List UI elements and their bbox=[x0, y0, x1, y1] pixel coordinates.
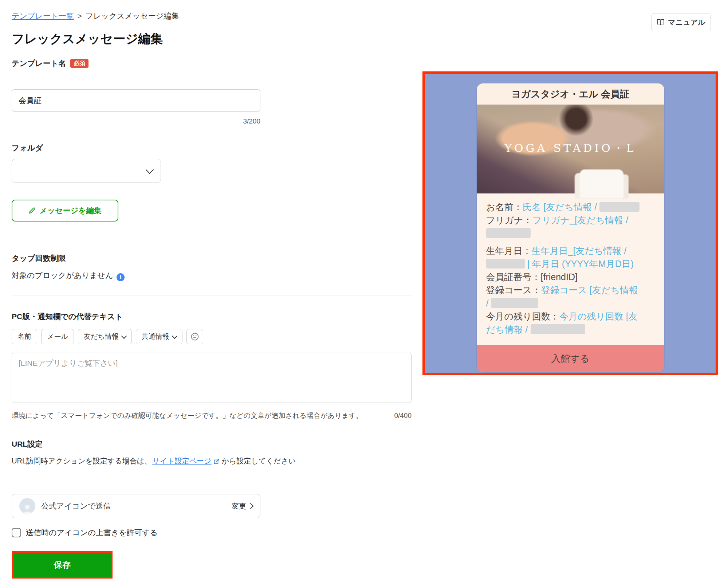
breadcrumb-separator: > bbox=[77, 12, 82, 20]
field-value: 氏名 [友だち情報 / bbox=[523, 202, 599, 212]
info-icon[interactable] bbox=[117, 273, 125, 281]
chevron-down-icon bbox=[121, 333, 127, 339]
field-label: お名前： bbox=[486, 202, 523, 212]
variable-chips: 名前 メール 友だち情報 共通情報 bbox=[12, 329, 203, 344]
page: テンプレート一覧 > フレックスメッセージ編集 マニュアル フレックスメッセージ… bbox=[0, 0, 728, 580]
chevron-down-icon bbox=[146, 165, 154, 174]
preview-field-line: フリガナ：フリガナ_[友だち情報 / bbox=[486, 214, 655, 227]
field-value: 今月の残り回数 [友 bbox=[559, 311, 638, 321]
alt-text-input[interactable] bbox=[12, 353, 412, 403]
chevron-down-icon bbox=[172, 333, 178, 339]
required-badge: 必須 bbox=[70, 59, 88, 68]
breadcrumb-link-template-list[interactable]: テンプレート一覧 bbox=[12, 11, 74, 21]
manual-button-label: マニュアル bbox=[668, 17, 705, 27]
emoji-button[interactable] bbox=[186, 329, 203, 344]
card-title: ヨガスタジオ・エル 会員証 bbox=[477, 83, 664, 105]
template-name-label-text: テンプレート名 bbox=[12, 58, 66, 68]
redacted-value bbox=[486, 259, 525, 269]
tap-limit-empty-text: 対象のブロックがありません bbox=[12, 270, 125, 281]
alt-text-help-row: 環境によって「スマートフォンでのみ確認可能なメッセージです。」などの文章が追加さ… bbox=[12, 411, 412, 420]
preview-field-line: だち情報 / bbox=[486, 323, 655, 336]
checkbox-unchecked[interactable] bbox=[12, 528, 21, 537]
template-name-counter: 3/200 bbox=[12, 117, 260, 125]
sender-icon-label: 公式アイコンで送信 bbox=[41, 501, 226, 511]
field-label: 生年月日： bbox=[486, 246, 532, 256]
overwrite-icon-checkbox-label: 送信時のアイコンの上書きを許可する bbox=[26, 528, 158, 538]
smiley-icon bbox=[190, 332, 199, 341]
change-label: 変更 bbox=[232, 501, 246, 511]
change-icon-button[interactable]: 変更 bbox=[232, 501, 253, 511]
preview-fields: お名前：氏名 [友だち情報 / フリガナ：フリガナ_[友だち情報 /生年月日：生… bbox=[477, 193, 664, 345]
url-settings-text-before: URL訪問時アクションを設定する場合は、 bbox=[12, 456, 151, 466]
edit-message-label: メッセージを編集 bbox=[39, 205, 101, 216]
field-label: 登録コース： bbox=[486, 285, 541, 295]
overwrite-icon-checkbox-row[interactable]: 送信時のアイコンの上書きを許可する bbox=[12, 528, 158, 538]
field-value: | 年月日 (YYYY年M月D日) bbox=[525, 259, 634, 269]
url-settings-heading: URL設定 bbox=[12, 439, 43, 449]
chevron-right-icon bbox=[248, 503, 254, 509]
preview-field-line bbox=[486, 227, 655, 240]
tap-limit-heading: タップ回数制限 bbox=[12, 253, 66, 263]
pencil-icon bbox=[28, 207, 36, 214]
sender-icon-row[interactable]: 公式アイコンで送信 変更 bbox=[12, 494, 260, 518]
template-name-label: テンプレート名 必須 bbox=[12, 58, 88, 68]
preview-field-line: 会員証番号：[friendID] bbox=[486, 271, 655, 284]
chip-friend-info-label: 友だち情報 bbox=[84, 332, 119, 341]
chip-friend-info[interactable]: 友だち情報 bbox=[78, 329, 132, 344]
alt-text-counter: 0/400 bbox=[394, 412, 412, 420]
book-icon bbox=[657, 19, 665, 26]
candle-decoration bbox=[580, 169, 623, 198]
divider bbox=[12, 295, 412, 295]
tap-limit-empty-label: 対象のブロックがありません bbox=[12, 271, 113, 279]
redacted-value bbox=[599, 202, 640, 212]
divider bbox=[12, 237, 412, 237]
field-value: 生年月日_[友だち情報 / bbox=[532, 246, 627, 256]
manual-button[interactable]: マニュアル bbox=[651, 13, 711, 31]
field-value: だち情報 / bbox=[486, 324, 531, 334]
preview-field-line: お名前：氏名 [友だち情報 / bbox=[486, 201, 655, 214]
page-title: フレックスメッセージ編集 bbox=[12, 31, 163, 47]
field-value: フリガナ_[友だち情報 / bbox=[532, 215, 628, 225]
preview-field-line: 生年月日：生年月日_[友だち情報 / bbox=[486, 244, 655, 258]
flex-message-card: ヨガスタジオ・エル 会員証 YOGA STADIO・L お名前：氏名 [友だち情… bbox=[477, 83, 664, 372]
chip-common-info-label: 共通情報 bbox=[142, 332, 169, 341]
card-hero-image: YOGA STADIO・L bbox=[477, 105, 664, 193]
site-settings-link[interactable]: サイト設定ページ bbox=[152, 456, 211, 466]
card-image-overlay-text: YOGA STADIO・L bbox=[477, 141, 664, 156]
chip-name[interactable]: 名前 bbox=[12, 329, 37, 344]
field-value: 登録コース [友だち情報 bbox=[541, 285, 638, 295]
divider bbox=[12, 475, 412, 475]
breadcrumb: テンプレート一覧 > フレックスメッセージ編集 bbox=[12, 11, 179, 21]
field-value: / bbox=[486, 298, 491, 308]
redacted-value bbox=[491, 298, 538, 308]
avatar bbox=[19, 498, 35, 514]
alt-text-help: 環境によって「スマートフォンでのみ確認可能なメッセージです。」などの文章が追加さ… bbox=[12, 411, 363, 420]
field-label: 今月の残り回数： bbox=[486, 311, 559, 321]
url-settings-text: URL訪問時アクションを設定する場合は、 サイト設定ページ から設定してください bbox=[12, 456, 296, 466]
field-label: 会員証番号：[friendID] bbox=[486, 272, 578, 282]
save-button[interactable]: 保存 bbox=[14, 553, 111, 577]
chip-common-info[interactable]: 共通情報 bbox=[136, 329, 182, 344]
alt-text-heading: PC版・通知欄での代替テキスト bbox=[12, 311, 123, 322]
external-link-icon bbox=[214, 458, 220, 464]
folder-label: フォルダ bbox=[12, 143, 43, 153]
redacted-value bbox=[531, 324, 585, 334]
folder-select[interactable] bbox=[12, 159, 161, 183]
edit-message-button[interactable]: メッセージを編集 bbox=[12, 200, 118, 222]
preview-field-line: | 年月日 (YYYY年M月D日) bbox=[486, 258, 655, 271]
redacted-value bbox=[486, 228, 531, 238]
template-name-input[interactable] bbox=[12, 89, 260, 112]
chip-mail-label: メール bbox=[47, 332, 68, 341]
chip-mail[interactable]: メール bbox=[41, 329, 74, 344]
preview-field-line: / bbox=[486, 297, 655, 310]
save-button-highlight: 保存 bbox=[12, 551, 113, 579]
url-settings-text-after: から設定してください bbox=[222, 456, 296, 466]
enter-button[interactable]: 入館する bbox=[477, 345, 664, 372]
breadcrumb-current: フレックスメッセージ編集 bbox=[86, 11, 179, 21]
field-label: フリガナ： bbox=[486, 215, 532, 225]
chip-name-label: 名前 bbox=[17, 332, 31, 341]
preview-field-line: 今月の残り回数：今月の残り回数 [友 bbox=[486, 310, 655, 323]
flex-message-preview-panel: ヨガスタジオ・エル 会員証 YOGA STADIO・L お名前：氏名 [友だち情… bbox=[422, 71, 718, 375]
preview-field-line: 登録コース：登録コース [友だち情報 bbox=[486, 284, 655, 297]
